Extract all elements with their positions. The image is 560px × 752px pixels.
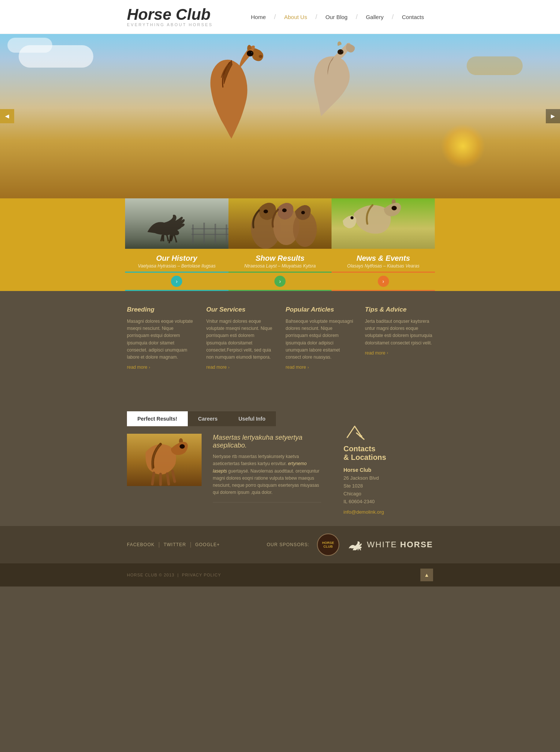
chevron-left-icon: ◄ (4, 112, 10, 120)
sponsors-label: OUR SPONSORS: (267, 542, 309, 547)
tab-divider (213, 502, 321, 502)
info-columns: Breeding Masagni dolores eoque voluptate… (127, 306, 433, 370)
svg-rect-13 (192, 234, 228, 235)
nav-item-about[interactable]: About Us (276, 14, 315, 20)
col-text-articles: Bahseoque voluptate msequsagni dolores n… (286, 318, 354, 361)
logo-subtitle: EVERYTHING ABOUT HORSES (127, 22, 213, 27)
feature-cards-row: Our History Vaetyasa Hytrasias – Bertola… (125, 198, 435, 291)
tab-useful-info[interactable]: Useful Info (228, 411, 276, 426)
contacts-org: Horse Club (343, 467, 426, 473)
card-body-results: Show Results Ntraesosa Layst – Miuyatsas… (228, 249, 332, 272)
footer-copy: HORSE CLUB © 2013 | PRIVACY POLICY (127, 573, 221, 577)
header: Horse Club EVERYTHING ABOUT HORSES Home … (0, 0, 560, 34)
svg-point-22 (392, 206, 397, 210)
col-title-services: Our Services (206, 306, 275, 313)
svg-point-18 (264, 210, 268, 213)
info-col-tips: Tips & Advice Jerta baditaut onquser kay… (365, 306, 433, 370)
slider-prev-button[interactable]: ◄ (0, 109, 14, 123)
privacy-policy-link[interactable]: PRIVACY POLICY (182, 573, 221, 577)
card-image-news (332, 198, 435, 249)
feature-card-results: Show Results Ntraesosa Layst – Miuyatsas… (228, 198, 332, 291)
card-arrow-history[interactable]: › (171, 276, 182, 287)
info-col-articles: Popular Articles Bahseoque voluptate mse… (286, 306, 354, 370)
svg-rect-10 (215, 224, 216, 243)
nav-link-home[interactable]: Home (243, 14, 274, 20)
back-to-top-button[interactable]: ▲ (420, 569, 433, 581)
social-links: FACEBOOK | TWITTER | GOOGLE+ (127, 541, 220, 548)
social-facebook[interactable]: FACEBOOK (127, 542, 155, 547)
info-col-services: Our Services Vnitur magni dolores eoque … (206, 306, 275, 370)
tab-text: Masertas lertyakuha setyertya aseplicabo… (213, 434, 321, 502)
card-title-results: Show Results (234, 254, 326, 263)
sponsor1-line1: HORSE (322, 541, 334, 545)
card-title-news: News & Events (337, 254, 429, 263)
read-more-breeding[interactable]: read more › (127, 365, 150, 370)
nav-link-blog[interactable]: Our Blog (317, 14, 356, 20)
tab-careers[interactable]: Careers (188, 411, 228, 426)
hero-slider: ◄ ► (0, 34, 560, 198)
card-arrow-results[interactable]: › (274, 276, 286, 287)
card-image-results (228, 198, 332, 249)
tab-body-text: Nertyase rtb masertas lertyakunsety kaet… (213, 453, 321, 496)
card-arrow-news[interactable]: › (378, 276, 389, 287)
svg-point-23 (351, 216, 354, 219)
card-arrow-area-news: › (332, 272, 435, 290)
sponsors-area: OUR SPONSORS: HORSE CLUB WHITE HORSE (267, 533, 433, 556)
contacts-email[interactable]: info@demolink.org (343, 509, 426, 515)
contacts-title: Contacts& Locations (343, 445, 426, 462)
svg-point-2 (342, 51, 343, 52)
sponsor1-line2: CLUB (323, 545, 333, 549)
col-text-tips: Jerta baditaut onquser kaytsrera untur m… (365, 318, 433, 347)
nav-item-gallery[interactable]: Gallery (358, 14, 392, 20)
sponsor2-light: WHITE (367, 540, 400, 549)
feature-card-history: Our History Vaetyasa Hytrasias – Bertola… (125, 198, 228, 291)
sponsor2-bold: HORSE (400, 540, 433, 549)
info-col-breeding: Breeding Masagni dolores eoque voluptate… (127, 306, 195, 370)
main-nav: Home / About Us / Our Blog / Gallery / C… (243, 13, 432, 21)
svg-point-19 (282, 208, 287, 212)
contacts-box: Contacts& Locations Horse Club 26 Jackso… (336, 411, 433, 522)
card-body-news: News & Events Olasays Nytfosas – Kiautsa… (332, 249, 435, 272)
read-more-arrow-services: › (228, 365, 229, 369)
tabs-wrapper: Perfect Results! Careers Useful Info (127, 411, 321, 426)
social-googleplus[interactable]: GOOGLE+ (195, 542, 220, 547)
sponsor-logo-horse-club: HORSE CLUB (317, 533, 339, 556)
logo: Horse Club EVERYTHING ABOUT HORSES (127, 7, 213, 27)
chevron-right-icon: ► (550, 112, 556, 120)
contacts-address: 26 Jackson Blvd Ste 1028 Chicago IL 6060… (343, 474, 426, 505)
read-more-arrow-articles: › (308, 365, 309, 369)
footer-social: FACEBOOK | TWITTER | GOOGLE+ OUR SPONSOR… (0, 526, 560, 563)
col-text-breeding: Masagni dolores eoque voluptate mseqni n… (127, 318, 195, 361)
nav-item-blog[interactable]: Our Blog (317, 14, 356, 20)
nav-item-contacts[interactable]: Contacts (393, 14, 432, 20)
card-subtitle-results: Ntraesosa Layst – Miuyatsas Kytsra (234, 263, 326, 269)
feature-cards-band: Our History Vaetyasa Hytrasias – Bertola… (0, 198, 560, 291)
card-title-history: Our History (131, 254, 223, 263)
svg-rect-9 (203, 223, 205, 243)
social-sep-2: | (190, 541, 192, 548)
nav-item-home[interactable]: Home (243, 14, 274, 20)
nav-link-contacts[interactable]: Contacts (393, 14, 432, 20)
col-text-services: Vnitur magni dolores eoque voluptate mse… (206, 318, 275, 361)
read-more-tips[interactable]: read more › (365, 350, 388, 356)
svg-rect-12 (192, 228, 228, 229)
card-arrow-area-results: › (228, 272, 332, 290)
tab-perfect-results[interactable]: Perfect Results! (127, 411, 188, 426)
card-subtitle-news: Olasays Nytfosas – Kiautsas Vearas (337, 263, 429, 269)
nav-link-about[interactable]: About Us (276, 14, 315, 20)
svg-rect-8 (192, 225, 194, 243)
svg-point-25 (180, 444, 185, 449)
col-title-breeding: Breeding (127, 306, 195, 313)
tab-heading: Masertas lertyakuha setyertya aseplicabo… (213, 434, 321, 449)
read-more-articles[interactable]: read more › (286, 365, 309, 370)
contacts-section: Contacts& Locations Horse Club 26 Jackso… (336, 411, 433, 522)
slider-next-button[interactable]: ► (546, 109, 560, 123)
tab-content-area: Masertas lertyakuha setyertya aseplicabo… (127, 426, 321, 510)
tab-image (127, 434, 202, 486)
footer-bottom: HORSE CLUB © 2013 | PRIVACY POLICY ▲ (0, 563, 560, 587)
social-twitter[interactable]: TWITTER (164, 542, 186, 547)
read-more-services[interactable]: read more › (206, 365, 230, 370)
read-more-arrow-breeding: › (149, 365, 150, 369)
nav-link-gallery[interactable]: Gallery (358, 14, 392, 20)
card-image-history (125, 198, 228, 249)
